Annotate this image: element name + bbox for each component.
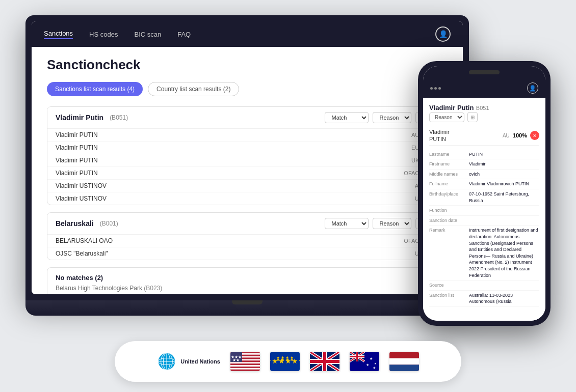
list-item: Najib Amhali (B034) [56, 293, 162, 294]
reason-dropdown-belaruskali[interactable]: Reason [373, 218, 411, 229]
svg-rect-17 [230, 365, 260, 367]
phone-navbar: 👤 [423, 78, 545, 98]
phone-notch [423, 66, 545, 78]
phone-detail-row: Sanction date [429, 216, 539, 226]
svg-text:★★: ★★ [232, 358, 240, 362]
result-name-belaruskali: Belaruskali [56, 219, 94, 228]
table-row: Vladimir USTINOV UK 86% [47, 192, 447, 205]
table-row: BELARUSKALI OAO OFAC 100% [47, 235, 447, 247]
phone-action-icon[interactable]: ⊞ [467, 112, 478, 122]
phone-detail-row: Source [429, 281, 539, 291]
user-icon[interactable]: 👤 [435, 26, 451, 42]
result-name-putin: Vladimir Putin [56, 114, 103, 122]
flag-au: ★ ★ ★ ★ [350, 352, 379, 371]
svg-rect-53 [389, 365, 419, 371]
table-row: Vladimir PUTIN EU 100% [47, 142, 447, 154]
table-row: Vladimir PUTIN AU 100% [47, 129, 447, 142]
match-dropdown-putin[interactable]: Match No match [325, 112, 369, 123]
un-logo-icon [157, 352, 176, 371]
phone-user-icon[interactable]: 👤 [527, 82, 538, 94]
svg-rect-16 [230, 363, 260, 365]
no-matches-title: No matches (2) [56, 274, 162, 282]
svg-text:★: ★ [366, 363, 369, 367]
svg-text:★ ★ ★ ★: ★ ★ ★ ★ [276, 355, 294, 360]
tab-country-list[interactable]: Country list scan results (2) [148, 82, 239, 96]
phone-detail-row: Lastname PUTIN [429, 150, 539, 160]
laptop-screen: Sanctions HS codes BIC scan FAQ 👤 Sancti… [32, 21, 463, 294]
laptop-camera-notch [232, 300, 263, 304]
phone-device: 👤 Vladimir Putin B051 Reason ⊞ VladimirP… [418, 61, 551, 326]
phone-screen: 👤 Vladimir Putin B051 Reason ⊞ VladimirP… [423, 66, 545, 321]
laptop-navbar: Sanctions HS codes BIC scan FAQ 👤 [32, 21, 463, 47]
table-row: Vladimir PUTIN UK 100% [47, 154, 447, 167]
nav-item-hs-codes[interactable]: HS codes [89, 31, 118, 38]
result-id-belaruskali: (B001) [100, 220, 118, 227]
nav-item-faq[interactable]: FAQ [177, 31, 191, 38]
list-item: Belarus High Technologies Park (B023) [56, 284, 162, 293]
result-block-belaruskali: Belaruskali (B001) Match No match Reason [47, 212, 448, 260]
status-dot [438, 87, 441, 90]
phone-entity-name: Vladimir Putin B051 [429, 103, 539, 112]
flags-strip: United Nations ★★★ ★★ [115, 341, 461, 382]
phone-reason-dropdown[interactable]: Reason [429, 113, 464, 122]
svg-rect-52 [389, 358, 419, 365]
match-dropdown-belaruskali[interactable]: Match No match [325, 218, 369, 229]
svg-rect-20 [230, 370, 260, 371]
phone-detail-row: Function [429, 206, 539, 216]
phone-detail-row: Middle names ovich [429, 170, 539, 180]
result-id-putin: (B051) [110, 114, 128, 121]
svg-rect-19 [230, 368, 260, 370]
laptop-content: Sanctioncheck Sanctions list scan result… [32, 47, 463, 294]
no-matches-block: No matches (2) Belarus High Technologies… [47, 267, 448, 294]
table-row: OJSC "Belaruskali" UK 94% [47, 247, 447, 260]
tab-sanctions-list[interactable]: Sanctions list scan results (4) [47, 82, 143, 96]
phone-detail-row: Remark Instrument of first designation a… [429, 226, 539, 281]
phone-reject-button[interactable]: ✕ [530, 131, 539, 140]
nav-item-sanctions[interactable]: Sanctions [44, 30, 73, 39]
svg-text:★: ★ [373, 366, 376, 370]
un-logo-block: United Nations [157, 352, 220, 371]
flag-eu: ★★★★★★ ★ ★ ★ ★ ★ ★ ★ ★ [270, 352, 300, 371]
scan-tabs: Sanctions list scan results (4) Country … [47, 82, 448, 96]
result-header-putin: Vladimir Putin (B051) Match No match Rea… [47, 107, 447, 129]
svg-rect-18 [230, 367, 260, 368]
phone-detail-row: Fullname Vladimir Vladimirovich PUTIN [429, 179, 539, 189]
phone-content: Vladimir Putin B051 Reason ⊞ VladimirPUT… [423, 98, 545, 321]
flag-us: ★★★ ★★ [230, 352, 260, 371]
phone-detail-row: Firstname Vladimir [429, 159, 539, 170]
flag-nl [389, 352, 419, 371]
table-row: Vladimir USTINOV AU 86% [47, 180, 447, 192]
no-matches-info: No matches (2) Belarus High Technologies… [56, 274, 162, 294]
result-header-belaruskali: Belaruskali (B001) Match No match Reason [47, 213, 447, 235]
svg-text:★: ★ [370, 357, 373, 360]
phone-controls: Reason ⊞ [429, 112, 539, 122]
phone-detail-row: Sanction list Australia: 13-03-2023Auton… [429, 291, 539, 307]
laptop-body: Sanctions HS codes BIC scan FAQ 👤 Sancti… [25, 15, 469, 300]
page-title: Sanctioncheck [47, 57, 448, 73]
phone-notch-pill [469, 70, 500, 74]
result-block-putin: Vladimir Putin (B051) Match No match Rea… [47, 106, 448, 205]
reason-dropdown-putin[interactable]: Reason [373, 112, 411, 123]
table-row: Vladimir PUTIN OFAC 100% [47, 167, 447, 180]
no-matches-list: Belarus High Technologies Park (B023) Na… [56, 284, 162, 294]
flag-uk [310, 352, 339, 371]
status-dot [434, 87, 437, 90]
phone-detail-row: Birthday/place 07-10-1952 Saint Petersbu… [429, 189, 539, 206]
phone-status-dots [430, 87, 441, 90]
un-text: United Nations [180, 358, 220, 365]
phone-result-row: VladimirPUTIN AU 100% ✕ [429, 126, 539, 146]
nav-item-bic-scan[interactable]: BIC scan [134, 31, 161, 38]
laptop-device: Sanctions HS codes BIC scan FAQ 👤 Sancti… [25, 15, 469, 331]
laptop-base [25, 300, 469, 316]
phone-detail-table: Lastname PUTIN Firstname Vladimir Middle… [429, 150, 539, 307]
status-dot [430, 87, 433, 90]
